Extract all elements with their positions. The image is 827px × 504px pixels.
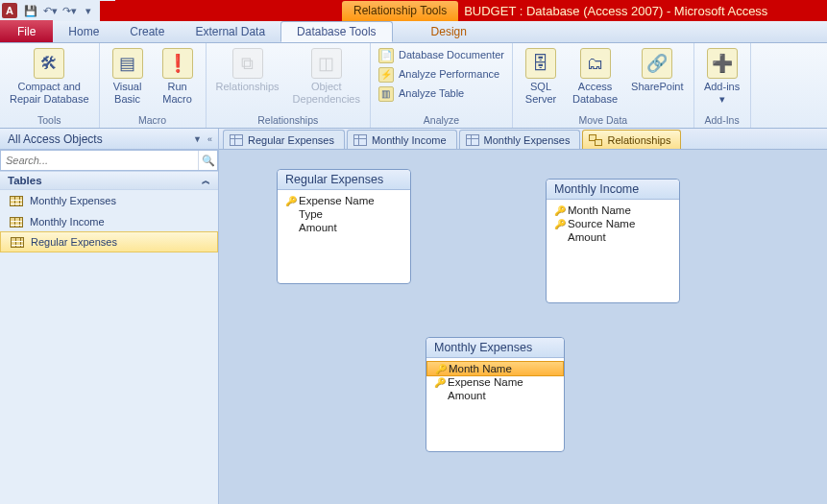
table-title[interactable]: Monthly Income — [547, 180, 679, 200]
doc-tab-label: Monthly Expenses — [484, 134, 571, 146]
field-label: Source Name — [568, 218, 635, 229]
ribbon-group-relationships: ⧉Relationships◫ObjectDependenciesRelatio… — [207, 43, 371, 128]
field-month-name[interactable]: 🔑Month Name — [547, 204, 679, 217]
save-icon[interactable]: 💾 — [21, 2, 40, 19]
doc-tab-monthly-expenses[interactable]: Monthly Expenses — [459, 130, 581, 149]
visual-basic-label: Visual — [113, 81, 142, 93]
field-type[interactable]: Type — [278, 207, 410, 221]
key-icon: 🔑 — [285, 196, 295, 206]
field-amount[interactable]: Amount — [547, 230, 679, 244]
nav-search: 🔍 — [0, 150, 218, 171]
sql-server-icon: 🗄 — [525, 48, 556, 79]
nav-dropdown-icon[interactable]: ▼ — [193, 134, 202, 144]
field-amount[interactable]: Amount — [278, 221, 410, 234]
analyze-perf-button[interactable]: ⚡Analyze Performance — [377, 65, 506, 84]
group-label: Relationships — [212, 112, 364, 128]
access-db-label: Access — [578, 81, 612, 93]
ribbon: 🛠Compact andRepair DatabaseTools▤VisualB… — [0, 43, 827, 129]
nav-header[interactable]: All Access Objects ▼ « — [0, 129, 218, 150]
group-label: Move Data — [519, 112, 688, 128]
db-documenter-button[interactable]: 📄Database Documenter — [377, 46, 506, 65]
relationships-button: ⧉Relationships — [212, 46, 283, 93]
group-label: Add-Ins — [700, 112, 744, 128]
table-icon — [353, 134, 367, 146]
search-input[interactable] — [1, 151, 198, 170]
nav-item-monthly-income[interactable]: Monthly Income — [0, 211, 218, 232]
sharepoint-icon: 🔗 — [642, 48, 672, 79]
file-tab[interactable]: File — [0, 20, 53, 42]
compact-repair-button[interactable]: 🛠Compact andRepair Database — [6, 46, 93, 105]
redo-icon[interactable]: ↷▾ — [60, 2, 79, 19]
tab-create[interactable]: Create — [114, 21, 180, 42]
tab-database-tools[interactable]: Database Tools — [280, 21, 393, 42]
key-icon: 🔑 — [554, 205, 564, 216]
app-icon[interactable]: A — [2, 3, 17, 18]
run-macro-button[interactable]: ❗RunMacro — [156, 46, 200, 105]
visual-basic-button[interactable]: ▤VisualBasic — [106, 46, 150, 105]
field-expense-name[interactable]: 🔑Expense Name — [278, 194, 410, 207]
analyze-table-button[interactable]: ▥Analyze Table — [377, 84, 506, 104]
ribbon-group-macro: ▤VisualBasic❗RunMacroMacro — [100, 43, 207, 128]
object-dependencies-icon: ◫ — [311, 48, 342, 79]
tab-design[interactable]: Design — [416, 21, 482, 42]
compact-repair-icon: 🛠 — [34, 48, 64, 79]
field-label: Amount — [299, 222, 337, 233]
addins-label2: ▾ — [719, 93, 725, 106]
table-icon — [466, 134, 479, 146]
nav-item-regular-expenses[interactable]: Regular Expenses — [0, 231, 218, 252]
group-label: Analyze — [377, 112, 506, 128]
nav-collapse-icon[interactable]: « — [207, 134, 212, 144]
table-monthly-income[interactable]: Monthly Income🔑Month Name🔑Source NameAmo… — [546, 179, 680, 303]
table-title[interactable]: Regular Expenses — [278, 170, 410, 190]
field-label: Amount — [568, 231, 606, 243]
relationships-icon — [589, 134, 602, 146]
field-source-name[interactable]: 🔑Source Name — [547, 217, 679, 230]
undo-icon[interactable]: ↶▾ — [40, 2, 60, 19]
nav-header-title: All Access Objects — [8, 132, 103, 146]
field-label: Month Name — [449, 363, 512, 374]
doc-tab-relationships[interactable]: Relationships — [582, 130, 681, 149]
analyze-table-icon: ▥ — [378, 86, 394, 102]
qat-customize-icon[interactable]: ▾ — [79, 2, 98, 19]
nav-item-label: Monthly Income — [30, 216, 105, 228]
ribbon-group-add-ins: ➕Add-ins▾Add-Ins — [694, 43, 751, 128]
doc-tab-regular-expenses[interactable]: Regular Expenses — [223, 130, 345, 149]
run-macro-label2: Macro — [162, 93, 192, 106]
addins-button[interactable]: ➕Add-ins▾ — [700, 46, 744, 105]
relationships-icon: ⧉ — [232, 48, 263, 79]
sharepoint-button[interactable]: 🔗SharePoint — [627, 46, 687, 93]
field-expense-name[interactable]: 🔑Expense Name — [426, 375, 564, 389]
group-label: Tools — [6, 112, 93, 128]
table-regular-expenses[interactable]: Regular Expenses🔑Expense NameTypeAmount — [277, 169, 411, 284]
db-documenter-label: Database Documenter — [399, 48, 504, 62]
nav-group-tables[interactable]: Tables ︽ — [0, 171, 218, 190]
table-icon — [10, 217, 23, 228]
window-title: BUDGET : Database (Access 2007) - Micros… — [458, 4, 767, 18]
field-month-name[interactable]: 🔑Month Name — [426, 361, 564, 376]
analyze-perf-label: Analyze Performance — [399, 67, 499, 82]
collapse-group-icon[interactable]: ︽ — [202, 175, 210, 187]
group-label: Macro — [106, 112, 200, 128]
sql-server-button[interactable]: 🗄SQLServer — [519, 46, 563, 105]
relationships-canvas[interactable]: Regular Expenses🔑Expense NameTypeAmountM… — [219, 150, 827, 504]
access-db-label2: Database — [572, 93, 618, 106]
titlebar: A 💾 ↶▾ ↷▾ ▾ Relationship Tools BUDGET : … — [0, 0, 827, 21]
field-label: Type — [299, 208, 323, 220]
nav-item-monthly-expenses[interactable]: Monthly Expenses — [0, 190, 218, 211]
table-monthly-expenses[interactable]: Monthly Expenses🔑Month Name🔑Expense Name… — [426, 337, 565, 452]
field-label: Month Name — [568, 204, 631, 216]
search-icon[interactable]: 🔍 — [198, 151, 217, 170]
doc-tab-label: Monthly Income — [372, 134, 447, 146]
ribbon-tabs: File HomeCreateExternal DataDatabase Too… — [0, 21, 827, 43]
tab-home[interactable]: Home — [53, 21, 114, 42]
run-macro-label: Run — [167, 81, 186, 93]
ribbon-group-analyze: 📄Database Documenter⚡Analyze Performance… — [371, 43, 513, 128]
field-amount[interactable]: Amount — [426, 389, 564, 402]
access-db-button[interactable]: 🗂AccessDatabase — [569, 46, 621, 105]
tab-external-data[interactable]: External Data — [180, 21, 280, 42]
table-icon — [11, 237, 24, 248]
table-title[interactable]: Monthly Expenses — [426, 338, 564, 358]
visual-basic-icon: ▤ — [112, 48, 143, 79]
document-tabs: Regular ExpensesMonthly IncomeMonthly Ex… — [219, 129, 827, 150]
doc-tab-monthly-income[interactable]: Monthly Income — [347, 130, 457, 149]
